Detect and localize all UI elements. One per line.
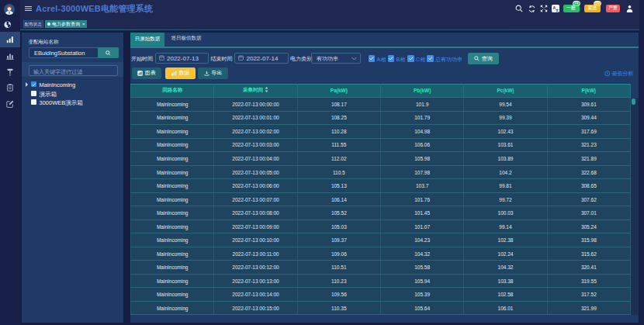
svg-text:文: 文 bbox=[555, 8, 559, 12]
